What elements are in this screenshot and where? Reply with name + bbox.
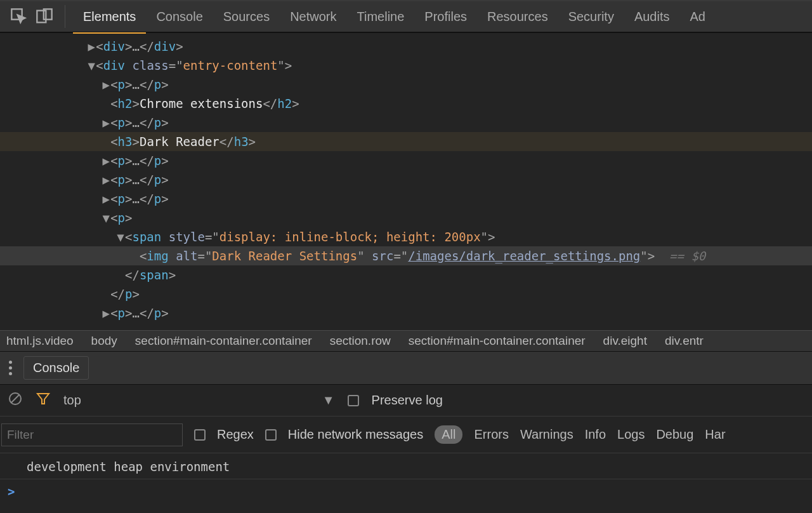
preserve-log-checkbox[interactable] [348,395,359,406]
drawer-tab-console[interactable]: Console [23,356,89,380]
tab-console[interactable]: Console [146,1,213,32]
crumb[interactable]: section#main-container.container [135,334,312,348]
svg-line-4 [11,395,19,403]
devtools-toolbar: Elements Console Sources Network Timelin… [0,0,812,33]
level-info[interactable]: Info [585,427,606,442]
kebab-menu-icon[interactable] [9,361,12,375]
level-errors[interactable]: Errors [474,427,508,442]
tab-more[interactable]: Ad [680,1,716,32]
selected-dom-node[interactable]: <img alt="Dark Reader Settings" src="/im… [0,246,812,265]
crumb[interactable]: div.entr [665,334,704,348]
tab-elements[interactable]: Elements [73,1,146,32]
elements-dom-tree[interactable]: ▶<div>…</div> ▼<div class="entry-content… [0,33,812,330]
crumb[interactable]: html.js.video [6,334,74,348]
preserve-log-label: Preserve log [372,393,443,408]
tab-timeline[interactable]: Timeline [347,1,415,32]
clear-console-icon[interactable] [8,391,23,410]
tab-audits[interactable]: Audits [624,1,680,32]
crumb[interactable]: section.row [330,334,391,348]
separator [65,5,65,28]
tab-sources[interactable]: Sources [213,1,280,32]
svg-rect-1 [37,11,46,23]
hide-network-checkbox[interactable] [265,429,277,441]
console-filter-bar: Regex Hide network messages All Errors W… [0,416,812,453]
tab-network[interactable]: Network [280,1,346,32]
tab-resources[interactable]: Resources [477,1,558,32]
console-message: development heap environment [0,453,812,479]
level-overflow[interactable]: Har [705,427,725,442]
filter-icon[interactable] [36,391,51,410]
device-toggle-icon[interactable] [36,8,53,25]
level-debug[interactable]: Debug [656,427,693,442]
hide-network-label: Hide network messages [288,427,423,442]
tab-security[interactable]: Security [558,1,624,32]
tab-profiles[interactable]: Profiles [414,1,477,32]
regex-label: Regex [217,427,254,442]
crumb[interactable]: body [91,334,117,348]
inspect-icon[interactable] [10,8,28,25]
chevron-down-icon[interactable]: ▼ [322,393,335,408]
crumb[interactable]: div.eight [603,334,647,348]
console-toolbar: top ▼ Preserve log [0,385,812,416]
crumb[interactable]: section#main-container.container [409,334,586,348]
drawer-header: Console [0,352,812,385]
level-all[interactable]: All [435,425,462,444]
level-logs[interactable]: Logs [617,427,645,442]
breadcrumb[interactable]: html.js.video body section#main-containe… [0,330,812,352]
regex-checkbox[interactable] [194,429,206,441]
console-input[interactable]: > [0,479,812,503]
filter-input[interactable] [1,423,183,446]
context-selector[interactable]: top [63,393,81,408]
level-warnings[interactable]: Warnings [520,427,573,442]
